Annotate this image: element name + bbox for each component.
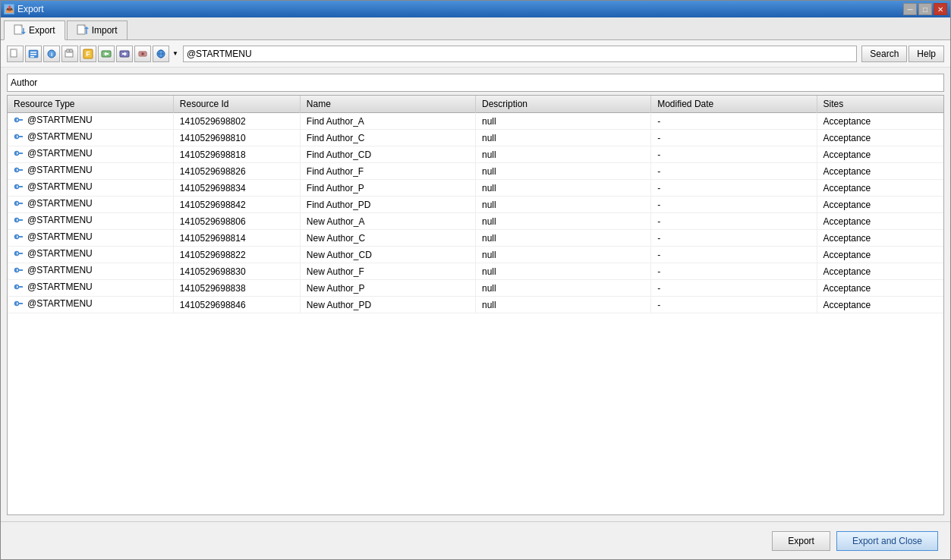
toolbar-btn-5[interactable]: F (80, 46, 96, 62)
cell-name: New Author_F (300, 263, 475, 280)
toolbar-btn-6[interactable] (98, 46, 115, 62)
svg-rect-36 (19, 136, 23, 137)
cell-name: New Author_P (300, 280, 475, 297)
results-table: Resource Type Resource Id Name Descripti… (8, 96, 943, 313)
tab-export[interactable]: Export (4, 20, 65, 40)
cell-modified-date: - (651, 163, 817, 180)
table-row[interactable]: @STARTMENU1410529698838New Author_Pnull-… (8, 280, 943, 297)
toolbar-dropdown-arrow[interactable]: ▼ (172, 50, 178, 57)
import-tab-label: Import (92, 25, 118, 36)
maximize-button[interactable]: □ (918, 3, 932, 15)
cell-description: null (476, 146, 651, 163)
cell-resource-type: @STARTMENU (8, 197, 173, 213)
tab-import[interactable]: Import (67, 20, 128, 39)
col-resource-id: Resource Id (173, 96, 300, 113)
cell-resource-id: 1410529698806 (173, 213, 300, 230)
export-button[interactable]: Export (772, 531, 830, 551)
toolbar-path[interactable]: @STARTMENU (183, 46, 857, 62)
toolbar-btn-globe[interactable] (153, 46, 169, 62)
svg-rect-45 (19, 186, 23, 187)
cell-name: Find Author_C (300, 130, 475, 146)
help-button[interactable]: Help (908, 46, 944, 62)
resource-type-icon (14, 148, 24, 159)
cell-name: New Author_CD (300, 247, 475, 263)
toolbar-btn-2[interactable] (25, 46, 42, 62)
table-row[interactable]: @STARTMENU1410529698802Find Author_Anull… (8, 113, 943, 130)
table-row[interactable]: @STARTMENU1410529698818Find Author_CDnul… (8, 146, 943, 163)
svg-rect-12 (30, 54, 36, 55)
col-sites: Sites (817, 96, 943, 113)
table-row[interactable]: @STARTMENU1410529698842Find Author_PDnul… (8, 197, 943, 213)
export-tab-label: Export (29, 25, 55, 36)
resource-type-icon (14, 298, 24, 309)
cell-modified-date: - (651, 180, 817, 197)
table-row[interactable]: @STARTMENU1410529698846New Author_PDnull… (8, 297, 943, 313)
col-modified-date: Modified Date (651, 96, 817, 113)
svg-text:i: i (51, 51, 52, 58)
cell-resource-type: @STARTMENU (8, 213, 173, 230)
svg-rect-54 (19, 236, 23, 238)
table-row[interactable]: @STARTMENU1410529698810Find Author_Cnull… (8, 130, 943, 146)
cell-resource-id: 1410529698810 (173, 130, 300, 146)
minimize-button[interactable]: ─ (903, 3, 917, 15)
window-title: Export (17, 4, 44, 14)
cell-description: null (476, 130, 651, 146)
toolbar-btn-3[interactable]: i (43, 46, 60, 62)
cell-modified-date: - (651, 247, 817, 263)
close-button[interactable]: ✕ (934, 3, 947, 15)
cell-resource-id: 1410529698826 (173, 163, 300, 180)
toolbar-btn-4[interactable] (61, 46, 78, 62)
table-row[interactable]: @STARTMENU1410529698806New Author_Anull-… (8, 213, 943, 230)
cell-name: Find Author_F (300, 163, 475, 180)
export-close-button[interactable]: Export and Close (836, 531, 938, 551)
cell-sites: Acceptance (817, 230, 943, 247)
cell-resource-id: 1410529698818 (173, 146, 300, 163)
table-row[interactable]: @STARTMENU1410529698826Find Author_Fnull… (8, 163, 943, 180)
path-value: @STARTMENU (187, 49, 252, 59)
cell-modified-date: - (651, 263, 817, 280)
cell-modified-date: - (651, 280, 817, 297)
cell-description: null (476, 180, 651, 197)
svg-rect-18 (70, 49, 72, 52)
toolbar-btn-1[interactable] (7, 46, 24, 62)
cell-resource-type: @STARTMENU (8, 263, 173, 280)
main-window: 📤 Export ─ □ ✕ Export (0, 0, 951, 560)
cell-description: null (476, 197, 651, 213)
cell-resource-type: @STARTMENU (8, 297, 173, 313)
svg-rect-33 (19, 119, 23, 121)
table-row[interactable]: @STARTMENU1410529698830New Author_Fnull-… (8, 263, 943, 280)
table-row[interactable]: @STARTMENU1410529698822New Author_CDnull… (8, 247, 943, 263)
svg-rect-63 (19, 286, 23, 288)
resource-type-icon (14, 115, 24, 125)
cell-sites: Acceptance (817, 263, 943, 280)
cell-resource-type: @STARTMENU (8, 130, 173, 146)
search-button[interactable]: Search (861, 46, 907, 62)
import-tab-icon (77, 24, 89, 36)
filter-input[interactable] (7, 74, 944, 92)
toolbar: i F (1, 40, 950, 68)
table-row[interactable]: @STARTMENU1410529698814New Author_Cnull-… (8, 230, 943, 247)
svg-rect-17 (67, 49, 69, 52)
cell-resource-id: 1410529698830 (173, 263, 300, 280)
cell-modified-date: - (651, 230, 817, 247)
cell-resource-id: 1410529698814 (173, 230, 300, 247)
toolbar-btn-7[interactable] (116, 46, 133, 62)
table-row[interactable]: @STARTMENU1410529698834Find Author_Pnull… (8, 180, 943, 197)
export-tab-icon (14, 24, 26, 36)
svg-rect-4 (77, 25, 85, 34)
toolbar-btn-8[interactable] (134, 46, 151, 62)
cell-resource-type: @STARTMENU (8, 230, 173, 247)
cell-sites: Acceptance (817, 213, 943, 230)
svg-rect-42 (19, 169, 23, 171)
svg-rect-66 (19, 303, 23, 304)
cell-resource-id: 1410529698802 (173, 113, 300, 130)
cell-sites: Acceptance (817, 297, 943, 313)
resource-type-icon (14, 282, 24, 292)
cell-resource-id: 1410529698846 (173, 297, 300, 313)
resource-type-icon (14, 165, 24, 175)
svg-rect-39 (19, 153, 23, 154)
cell-name: Find Author_P (300, 180, 475, 197)
cell-sites: Acceptance (817, 280, 943, 297)
cell-description: null (476, 230, 651, 247)
cell-sites: Acceptance (817, 146, 943, 163)
